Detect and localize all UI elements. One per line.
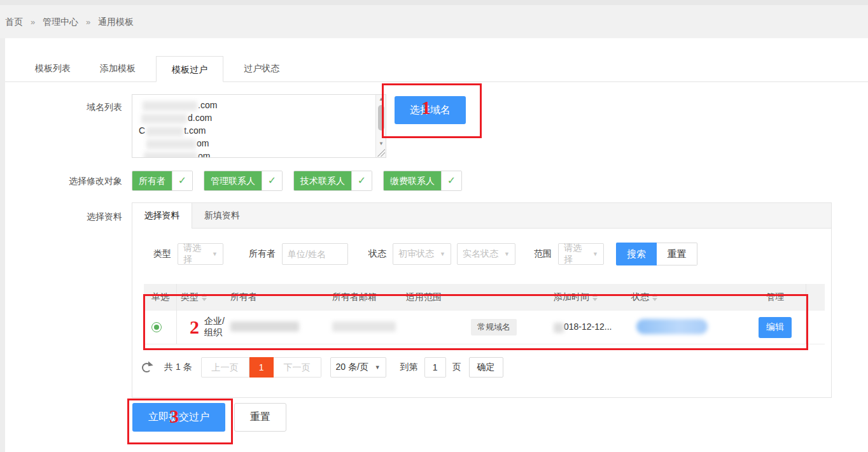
row-time-cell: 018-12-12... xyxy=(554,321,631,332)
domain-line: om xyxy=(139,137,373,150)
breadcrumb-home[interactable]: 首页 xyxy=(5,17,23,27)
breadcrumb-manage-center[interactable]: 管理中心 xyxy=(43,17,78,27)
tab-transfer-status[interactable]: 过户状态 xyxy=(235,55,288,81)
prev-page-button[interactable]: 上一页 xyxy=(201,357,249,378)
owner-filter-label: 所有者 xyxy=(249,248,276,260)
redacted-time-digit xyxy=(554,323,564,333)
scrollbar[interactable]: ▲ ▼ xyxy=(375,95,386,157)
row-manage-cell: 编辑 xyxy=(745,317,806,338)
toggle-billing-contact[interactable]: 缴费联系人 ✓ xyxy=(383,171,462,191)
type-select[interactable]: 请选择 ▼ xyxy=(178,243,223,265)
redacted-domain xyxy=(141,114,187,124)
domain-list-textarea[interactable]: .com d.com Ct.com om om ▲ ▼ xyxy=(132,94,386,158)
main-tabbar: 模板列表 添加模板 模板过户 过户状态 xyxy=(5,38,868,82)
check-icon: ✓ xyxy=(351,171,372,190)
subtab-select-profile[interactable]: 选择资料 xyxy=(132,203,192,229)
audit-status-select[interactable]: 初审状态 ▼ xyxy=(393,243,451,265)
current-page-button[interactable]: 1 xyxy=(249,357,274,378)
header-tail xyxy=(806,284,825,311)
toggle-label: 所有者 xyxy=(132,171,172,190)
sort-icon[interactable] xyxy=(592,293,598,301)
owner-input[interactable] xyxy=(282,243,348,265)
realname-status-select[interactable]: 实名状态 ▼ xyxy=(457,243,515,265)
footer-reset-button[interactable]: 重置 xyxy=(234,403,286,432)
domain-lines: .com d.com Ct.com om om xyxy=(139,99,373,158)
check-icon: ✓ xyxy=(441,171,461,190)
row-radio-selected[interactable] xyxy=(151,322,162,332)
row-radio-cell xyxy=(144,311,177,344)
tab-add-template[interactable]: 添加模板 xyxy=(91,55,144,81)
row-type-cell: 2 企业/组织 xyxy=(177,316,230,339)
table-row[interactable]: 2 企业/组织 常规域名 018-12-12... 编辑 xyxy=(144,311,825,344)
goto-page-input[interactable] xyxy=(424,357,446,378)
breadcrumb-separator: » xyxy=(31,17,35,27)
subtab-new-profile[interactable]: 新填资料 xyxy=(192,203,252,228)
row-tail xyxy=(806,311,825,344)
search-button[interactable]: 搜索 xyxy=(616,243,657,265)
page-size-value: 20 条/页 xyxy=(336,362,368,373)
select-domain-button[interactable]: 选择域名 xyxy=(395,96,466,124)
edit-button[interactable]: 编辑 xyxy=(759,317,792,338)
scroll-down-icon[interactable]: ▼ xyxy=(376,139,386,148)
next-page-button[interactable]: 下一页 xyxy=(274,357,321,378)
domain-line: Ct.com xyxy=(139,124,373,137)
breadcrumb: 首页 » 管理中心 » 通用模板 xyxy=(5,5,134,38)
row-email-cell xyxy=(332,321,406,334)
header-manage: 管理 xyxy=(745,292,806,303)
modify-target-toggles: 所有者 ✓ 管理联系人 ✓ 技术联系人 ✓ 缴费联系人 ✓ xyxy=(132,171,462,191)
scope-select[interactable]: 请选择 ▼ xyxy=(558,243,604,265)
header-type[interactable]: 类型 xyxy=(177,292,230,303)
row-scope-cell: 常规域名 xyxy=(406,319,554,335)
scope-tag: 常规域名 xyxy=(471,319,517,335)
toggle-owner[interactable]: 所有者 ✓ xyxy=(132,171,193,191)
sort-icon[interactable] xyxy=(202,293,207,301)
type-filter-label: 类型 xyxy=(153,248,171,260)
table-header-row: 单选 类型 所有者 所有者邮箱 适用范围 添加时间 状态 管理 xyxy=(144,284,825,311)
header-owner-email: 所有者邮箱 xyxy=(332,292,406,303)
tab-template-transfer[interactable]: 模板过户 xyxy=(156,56,223,82)
toggle-label: 技术联系人 xyxy=(294,171,351,190)
profile-label: 选择资料 xyxy=(8,211,122,223)
header-scope: 适用范围 xyxy=(406,292,554,303)
top-strip xyxy=(0,0,868,5)
breadcrumb-band: 首页 » 管理中心 » 通用模板 xyxy=(0,5,868,38)
scrollbar-thumb[interactable] xyxy=(378,105,384,131)
scope-select-value: 请选择 xyxy=(564,243,587,265)
realname-status-value: 实名状态 xyxy=(463,248,498,260)
header-owner: 所有者 xyxy=(230,292,332,303)
goto-confirm-button[interactable]: 确定 xyxy=(469,357,503,378)
redacted-domain xyxy=(146,139,196,149)
resize-grip-icon[interactable] xyxy=(377,149,385,157)
row-type-value: 企业/组织 xyxy=(204,316,230,339)
toggle-admin-contact[interactable]: 管理联系人 ✓ xyxy=(204,171,283,191)
total-count: 共 1 条 xyxy=(164,362,192,373)
goto-page-suffix: 页 xyxy=(452,362,461,373)
tab-template-list[interactable]: 模板列表 xyxy=(26,55,80,81)
audit-status-value: 初审状态 xyxy=(398,248,434,260)
status-filter-label: 状态 xyxy=(368,248,386,260)
row-time-value: 018-12-12... xyxy=(564,321,612,332)
page-size-select[interactable]: 20 条/页 ▼ xyxy=(330,357,386,378)
header-radio: 单选 xyxy=(144,284,177,311)
submit-transfer-button[interactable]: 立即提交过户 xyxy=(132,403,225,432)
check-icon: ✓ xyxy=(172,171,192,190)
header-status[interactable]: 状态 xyxy=(631,292,745,303)
pagination: 共 1 条 上一页 1 下一页 20 条/页 ▼ 到第 页 确定 xyxy=(142,357,503,378)
redacted-status-badge xyxy=(636,319,708,334)
domain-list-label: 域名列表 xyxy=(8,102,122,113)
sort-icon[interactable] xyxy=(652,293,657,301)
scope-filter-label: 范围 xyxy=(534,248,552,260)
toggle-tech-contact[interactable]: 技术联系人 ✓ xyxy=(293,171,372,191)
header-add-time[interactable]: 添加时间 xyxy=(554,292,631,303)
redacted-domain xyxy=(143,101,197,111)
scroll-up-icon[interactable]: ▲ xyxy=(376,95,386,104)
row-status-cell xyxy=(631,319,745,336)
caret-down-icon: ▼ xyxy=(440,251,445,257)
profile-panel: 选择资料 新填资料 类型 请选择 ▼ 所有者 状态 初审状态 ▼ 实名状态 ▼ … xyxy=(132,202,832,398)
refresh-icon[interactable] xyxy=(142,363,151,372)
toggle-label: 管理联系人 xyxy=(204,171,262,190)
filter-reset-button[interactable]: 重置 xyxy=(657,243,697,265)
redacted-domain xyxy=(144,152,197,158)
redacted-owner xyxy=(230,321,299,332)
filter-row: 类型 请选择 ▼ 所有者 状态 初审状态 ▼ 实名状态 ▼ 范围 请选择 ▼ 搜… xyxy=(153,243,697,265)
